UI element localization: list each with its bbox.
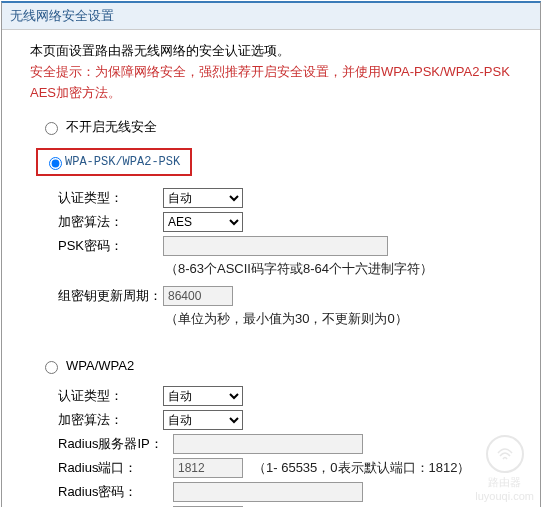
wpa-auth-label: 认证类型： (58, 387, 163, 405)
panel-title: 无线网络安全设置 (2, 3, 540, 30)
psk-password-hint: （8-63个ASCII码字符或8-64个十六进制字符） (30, 260, 520, 278)
watermark-domain: luyouqi.com (475, 490, 534, 502)
psk-algo-row: 加密算法： AES (30, 212, 520, 232)
radius-ip-label: Radius服务器IP： (58, 435, 173, 453)
psk-rekey-hint: （单位为秒，最小值为30，不更新则为0） (30, 310, 520, 328)
psk-auth-row: 认证类型： 自动 (30, 188, 520, 208)
option-wpa-row[interactable]: WPA/WPA2 (40, 358, 520, 374)
radius-port-hint: （1- 65535，0表示默认端口：1812） (253, 459, 470, 477)
option-disable-label: 不开启无线安全 (66, 118, 157, 136)
radio-disable[interactable] (45, 122, 58, 135)
psk-auth-label: 认证类型： (58, 189, 163, 207)
watermark: 路由器 luyouqi.com (475, 435, 534, 502)
psk-algo-select[interactable]: AES (163, 212, 243, 232)
option-wpa-psk-label: WPA-PSK/WPA2-PSK (65, 155, 180, 169)
router-icon (486, 435, 524, 473)
settings-panel: 无线网络安全设置 本页面设置路由器无线网络的安全认证选项。 安全提示：为保障网络… (1, 1, 541, 507)
wpa-algo-row: 加密算法： 自动 (30, 410, 520, 430)
psk-rekey-label: 组密钥更新周期： (58, 287, 163, 305)
radius-ip-input[interactable] (173, 434, 363, 454)
psk-algo-label: 加密算法： (58, 213, 163, 231)
radius-pw-label: Radius密码： (58, 483, 173, 501)
wpa-algo-select[interactable]: 自动 (163, 410, 243, 430)
radius-port-input[interactable] (173, 458, 243, 478)
psk-password-input[interactable] (163, 236, 388, 256)
option-wpa-psk-row[interactable]: WPA-PSK/WPA2-PSK (36, 148, 192, 176)
wpa-auth-select[interactable]: 自动 (163, 386, 243, 406)
watermark-brand: 路由器 (475, 475, 534, 490)
wpa-algo-label: 加密算法： (58, 411, 163, 429)
option-wpa-label: WPA/WPA2 (66, 358, 134, 373)
intro-text: 本页面设置路由器无线网络的安全认证选项。 (30, 42, 520, 60)
psk-auth-select[interactable]: 自动 (163, 188, 243, 208)
wpa-auth-row: 认证类型： 自动 (30, 386, 520, 406)
psk-rekey-row: 组密钥更新周期： (30, 286, 520, 306)
radio-wpa[interactable] (45, 361, 58, 374)
radius-pw-row: Radius密码： (30, 482, 520, 502)
option-disable-row[interactable]: 不开启无线安全 (40, 118, 520, 136)
psk-rekey-input[interactable] (163, 286, 233, 306)
panel-content: 本页面设置路由器无线网络的安全认证选项。 安全提示：为保障网络安全，强烈推荐开启… (2, 30, 540, 507)
radius-pw-input[interactable] (173, 482, 363, 502)
radius-ip-row: Radius服务器IP： (30, 434, 520, 454)
psk-password-label: PSK密码： (58, 237, 163, 255)
radius-port-label: Radius端口： (58, 459, 173, 477)
psk-password-row: PSK密码： (30, 236, 520, 256)
security-warning: 安全提示：为保障网络安全，强烈推荐开启安全设置，并使用WPA-PSK/WPA2-… (30, 62, 520, 104)
radio-wpa-psk[interactable] (49, 157, 62, 170)
radius-port-row: Radius端口： （1- 65535，0表示默认端口：1812） (30, 458, 520, 478)
